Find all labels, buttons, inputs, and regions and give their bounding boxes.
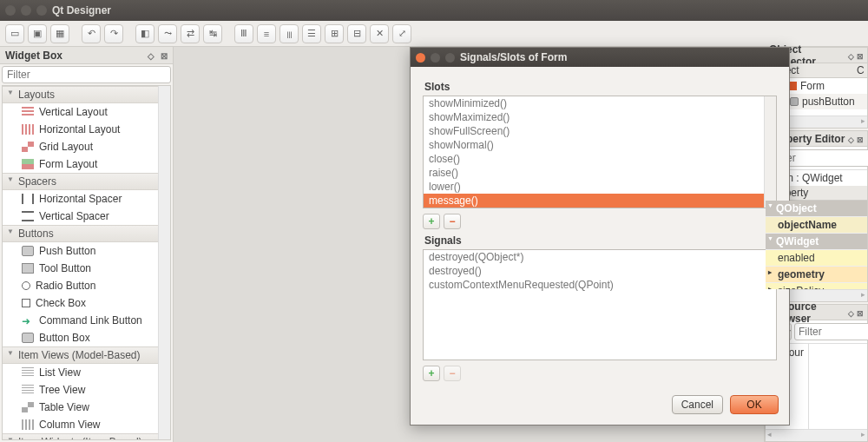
widget-box-dock: Widget Box ◇ ⊠ Layouts Vertical Layout H… — [0, 47, 174, 442]
slot-item[interactable]: lower() — [424, 180, 776, 194]
prop-grp-qwidget[interactable]: QWidget — [766, 234, 867, 250]
item-tableview[interactable]: Table View — [3, 399, 170, 416]
widgetbox-scroll[interactable] — [158, 86, 170, 439]
item-push[interactable]: Push Button — [3, 242, 170, 260]
adjust-icon: ⤢ — [398, 28, 406, 39]
tool-adjust[interactable]: ⤢ — [392, 24, 411, 43]
slot-item[interactable]: showFullScreen() — [424, 124, 776, 138]
remove-signal-button[interactable]: − — [444, 366, 461, 381]
window-max-icon[interactable] — [36, 5, 47, 16]
item-bbox[interactable]: Button Box — [3, 329, 170, 346]
widget-box-header: Widget Box ◇ ⊠ — [0, 47, 173, 64]
slot-item-selected[interactable]: message() — [424, 194, 776, 208]
toolbtn-icon — [22, 263, 34, 274]
widget-box-filter[interactable] — [2, 66, 171, 83]
main-toolbar: ▭ ▣ ▦ ↶ ↷ ◧ ⤳ ⇄ ↹ Ⅲ ≡ ⫼ ☰ ⊞ ⊟ ✕ ⤢ — [0, 21, 868, 47]
inspector-col-class[interactable]: C — [853, 63, 867, 78]
tool-editbuddies[interactable]: ⇄ — [181, 24, 200, 43]
dock-float-icon[interactable]: ◇ — [848, 135, 854, 144]
dock-close-icon[interactable]: ⊠ — [857, 309, 864, 318]
dock-close-icon[interactable]: ⊠ — [857, 52, 864, 61]
plus-icon: + — [428, 367, 434, 379]
dialog-max-icon[interactable] — [445, 53, 455, 63]
dialog-titlebar[interactable]: Signals/Slots of Form — [411, 48, 789, 67]
item-vspacer[interactable]: Vertical Spacer — [3, 208, 170, 225]
slot-item[interactable]: showMinimized() — [424, 96, 776, 110]
cat-itemwidgets[interactable]: Item Widgets (Item-Based) — [3, 433, 170, 440]
slot-item[interactable]: showMaximized() — [424, 110, 776, 124]
cancel-button[interactable]: Cancel — [672, 395, 723, 414]
dock-close-icon[interactable]: ⊠ — [161, 51, 168, 61]
tool-edittab[interactable]: ↹ — [203, 24, 222, 43]
item-radio[interactable]: Radio Button — [3, 277, 170, 294]
tool-layh[interactable]: Ⅲ — [234, 24, 253, 43]
widget-box-tree[interactable]: Layouts Vertical Layout Horizontal Layou… — [2, 85, 171, 440]
prop-sizepolicy[interactable]: ▸sizePolicy — [766, 283, 867, 289]
item-tool[interactable]: Tool Button — [3, 260, 170, 277]
add-slot-button[interactable]: + — [423, 214, 440, 229]
tool-break[interactable]: ✕ — [370, 24, 389, 43]
tab-icon: ↹ — [209, 28, 217, 39]
prop-objectname[interactable]: objectName — [766, 217, 867, 234]
prop-enabled[interactable]: enabled — [766, 250, 867, 267]
slot-item[interactable]: showNormal() — [424, 138, 776, 152]
item-check[interactable]: Check Box — [3, 294, 170, 312]
item-columnview[interactable]: Column View — [3, 416, 170, 433]
dock-float-icon[interactable]: ◇ — [148, 51, 155, 61]
slots-list[interactable]: showMinimized() showMaximized() showFull… — [423, 96, 777, 208]
cat-itemviews[interactable]: Item Views (Model-Based) — [3, 346, 170, 364]
item-treeview[interactable]: Tree View — [3, 381, 170, 399]
slot-item[interactable]: raise() — [424, 166, 776, 180]
tool-open[interactable]: ▣ — [28, 24, 47, 43]
dock-close-icon[interactable]: ⊠ — [857, 135, 864, 144]
signal-item[interactable]: destroyed() — [424, 264, 776, 278]
tool-editsignals[interactable]: ⤳ — [158, 24, 177, 43]
res-view[interactable] — [809, 344, 867, 429]
tool-save[interactable]: ▦ — [50, 24, 69, 43]
signal-item[interactable]: destroyed(QObject*) — [424, 250, 776, 264]
dialog-min-icon[interactable] — [431, 53, 440, 63]
prop-geometry[interactable]: ▸geometry — [766, 267, 867, 283]
dock-float-icon[interactable]: ◇ — [848, 309, 854, 318]
cat-buttons[interactable]: Buttons — [3, 225, 170, 242]
tool-redo[interactable]: ↷ — [104, 24, 123, 43]
save-icon: ▦ — [56, 28, 64, 39]
tool-editwidgets[interactable]: ◧ — [135, 24, 155, 43]
signals-label: Signals — [424, 234, 777, 247]
remove-slot-button[interactable]: − — [444, 214, 461, 229]
item-form[interactable]: Form Layout — [3, 155, 170, 173]
cat-spacers[interactable]: Spacers — [3, 173, 170, 190]
item-grid[interactable]: Grid Layout — [3, 138, 170, 155]
tool-new[interactable]: ▭ — [5, 24, 24, 43]
tool-laysplit-v[interactable]: ☰ — [302, 24, 321, 43]
item-listview[interactable]: List View — [3, 364, 170, 381]
signals-list[interactable]: destroyed(QObject*) destroyed() customCo… — [423, 249, 777, 360]
add-signal-button[interactable]: + — [423, 366, 440, 381]
item-vlayout[interactable]: Vertical Layout — [3, 103, 170, 121]
tool-layv[interactable]: ≡ — [257, 24, 276, 43]
slot-item[interactable]: close() — [424, 152, 776, 166]
ok-button[interactable]: OK — [730, 395, 779, 414]
splitv-icon: ☰ — [307, 28, 316, 39]
formlay-icon — [22, 159, 34, 169]
item-cmdlink[interactable]: ➜Command Link Button — [3, 312, 170, 329]
prop-grp-qobject[interactable]: QObject — [766, 201, 867, 217]
vspacer-icon — [22, 211, 34, 221]
splith-icon: ⫼ — [285, 29, 294, 39]
res-filter[interactable] — [794, 323, 868, 340]
res-hscroll[interactable] — [766, 429, 867, 441]
tool-laygrid[interactable]: ⊞ — [325, 24, 344, 43]
tool-laysplit-h[interactable]: ⫼ — [279, 24, 299, 43]
dialog-close-icon[interactable] — [416, 53, 425, 63]
dock-float-icon[interactable]: ◇ — [848, 52, 854, 61]
item-hspacer[interactable]: Horizontal Spacer — [3, 190, 170, 208]
design-canvas[interactable]: Signals/Slots of Form Slots showMinimize… — [174, 47, 764, 442]
item-hlayout[interactable]: Horizontal Layout — [3, 121, 170, 138]
cat-layouts[interactable]: Layouts — [3, 86, 170, 103]
window-min-icon[interactable] — [21, 5, 31, 16]
tool-undo[interactable]: ↶ — [82, 24, 101, 43]
slots-scroll[interactable] — [764, 96, 776, 208]
signal-item[interactable]: customContextMenuRequested(QPoint) — [424, 278, 776, 292]
tool-layform[interactable]: ⊟ — [347, 24, 366, 43]
window-close-icon[interactable] — [5, 5, 16, 16]
